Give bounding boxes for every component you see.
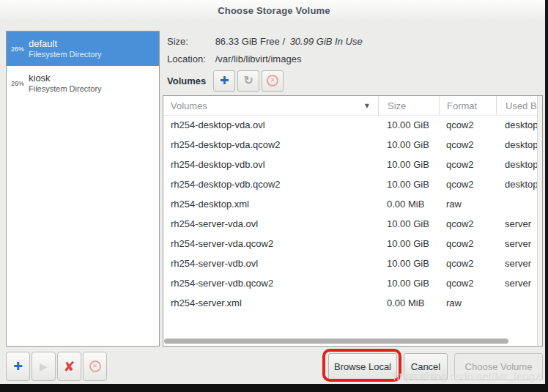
size-free-value: 86.33 GiB Free / (215, 36, 285, 47)
volume-size-cell: 10.00 GiB (378, 119, 439, 130)
volume-format-cell: qcow2 (439, 238, 496, 249)
volume-size-cell: 10.00 GiB (378, 258, 439, 269)
volume-size-cell: 10.00 GiB (378, 179, 439, 190)
volume-name-cell: rh254-server-vda.ovl (163, 218, 378, 229)
delete-pool-button[interactable]: ✘ (57, 352, 81, 381)
volume-size-cell: 10.00 GiB (378, 238, 439, 249)
stop-pool-button[interactable]: ✕ (83, 352, 107, 381)
choose-storage-volume-dialog: Choose Storage Volume 26% default Filesy… (0, 0, 548, 392)
plus-icon: ✚ (220, 75, 229, 86)
delete-circle-icon: ✕ (267, 75, 278, 86)
choose-volume-button[interactable]: Choose Volume (454, 353, 543, 380)
volume-row[interactable]: rh254-server.xml 0.00 MiB raw (163, 293, 537, 313)
volume-name-cell: rh254-desktop-vda.qcow2 (163, 139, 378, 150)
plus-icon: ✚ (13, 361, 23, 372)
volume-row[interactable]: rh254-server-vda.ovl 10.00 GiB qcow2 ser… (163, 214, 537, 234)
volume-used-by-cell: desktop (496, 119, 537, 130)
column-header-size[interactable]: Size (378, 96, 439, 115)
size-row: Size: 86.33 GiB Free / 30.99 GiB In Use (167, 36, 363, 47)
pool-name: kiosk (29, 73, 102, 84)
size-label: Size: (167, 36, 212, 47)
volume-used-by-cell: desktop (496, 179, 537, 190)
volume-size-cell: 0.00 MiB (378, 199, 439, 210)
volume-name-cell: rh254-desktop-vdb.ovl (163, 159, 378, 170)
start-pool-button[interactable]: ▶ (32, 352, 56, 381)
pool-name: default (29, 38, 102, 50)
volume-size-cell: 10.00 GiB (378, 218, 439, 229)
volume-row[interactable]: rh254-server-vda.qcow2 10.00 GiB qcow2 s… (163, 234, 537, 254)
titlebar[interactable]: Choose Storage Volume (0, 0, 548, 22)
refresh-volumes-button[interactable]: ↻ (237, 70, 259, 92)
volume-row[interactable]: rh254-desktop.xml 0.00 MiB raw (163, 194, 537, 214)
volume-used-by-cell: desktop (496, 139, 537, 150)
volume-name-cell: rh254-server-vdb.qcow2 (163, 278, 378, 289)
volumes-toolbar: Volumes ✚ ↻ ✕ (167, 70, 286, 92)
volume-row[interactable]: rh254-desktop-vda.qcow2 10.00 GiB qcow2 … (163, 135, 537, 155)
volume-format-cell: qcow2 (439, 179, 496, 190)
location-label: Location: (167, 53, 212, 64)
column-header-format[interactable]: Format (439, 96, 496, 115)
add-volume-button[interactable]: ✚ (213, 70, 235, 92)
volume-size-cell: 10.00 GiB (378, 159, 439, 170)
storage-pool-list: 26% default Filesystem Directory 26% kio… (6, 31, 160, 347)
screen-edge-bottom (0, 384, 548, 392)
volume-row[interactable]: rh254-server-vdb.qcow2 10.00 GiB qcow2 s… (163, 273, 537, 293)
volumes-label: Volumes (167, 75, 206, 86)
volume-format-cell: qcow2 (439, 278, 496, 289)
volume-format-cell: raw (439, 199, 496, 210)
volume-size-cell: 10.00 GiB (378, 278, 439, 289)
cancel-button[interactable]: Cancel (404, 353, 448, 380)
red-x-icon: ✘ (64, 360, 75, 374)
volume-format-cell: qcow2 (439, 139, 496, 150)
volume-name-cell: rh254-server-vdb.ovl (163, 258, 378, 269)
dialog-title: Choose Storage Volume (218, 5, 330, 16)
column-header-volumes[interactable]: Volumes ▼ (163, 96, 378, 115)
sort-desc-icon: ▼ (365, 103, 369, 109)
volume-row[interactable]: rh254-desktop-vdb.ovl 10.00 GiB qcow2 de… (163, 155, 537, 174)
volume-used-by-cell: server (496, 278, 537, 289)
location-row: Location: /var/lib/libvirt/images (167, 53, 301, 64)
volume-name-cell: rh254-desktop-vdb.qcow2 (163, 179, 378, 190)
add-pool-button[interactable]: ✚ (6, 352, 30, 381)
volume-used-by-cell: server (496, 258, 537, 269)
volume-format-cell: qcow2 (439, 258, 496, 269)
volume-row[interactable]: rh254-server-vdb.ovl 10.00 GiB qcow2 ser… (163, 254, 537, 273)
location-value: /var/lib/libvirt/images (215, 53, 302, 64)
volume-name-cell: rh254-desktop-vda.ovl (163, 119, 378, 130)
volume-format-cell: raw (439, 297, 496, 308)
pool-type: Filesystem Directory (29, 50, 102, 60)
volume-format-cell: qcow2 (439, 119, 496, 130)
volume-name-cell: rh254-server-vda.qcow2 (163, 238, 378, 249)
volume-used-by-cell: desktop (496, 159, 537, 170)
pool-item-kiosk[interactable]: 26% kiosk Filesystem Directory (7, 66, 159, 100)
horizontal-scrollbar-thumb[interactable] (164, 339, 508, 344)
stop-circle-icon: ✕ (89, 360, 101, 372)
pool-usage-percent: 26% (7, 80, 29, 87)
column-header-used-by[interactable]: Used B (496, 96, 542, 115)
volume-table: Volumes ▼ Size Format Used B rh254-deskt… (163, 95, 543, 347)
volume-format-cell: qcow2 (439, 159, 496, 170)
size-in-use-value: 30.99 GiB In Use (290, 36, 363, 47)
volume-size-cell: 10.00 GiB (378, 139, 439, 150)
volume-used-by-cell: server (496, 238, 537, 249)
browse-local-button[interactable]: Browse Local (328, 353, 397, 380)
volume-format-cell: qcow2 (439, 218, 496, 229)
volume-table-body: rh254-desktop-vda.ovl 10.00 GiB qcow2 de… (163, 115, 537, 337)
volume-name-cell: rh254-server.xml (163, 297, 378, 308)
pool-type: Filesystem Directory (29, 84, 102, 95)
refresh-icon: ↻ (244, 75, 253, 86)
volume-table-header: Volumes ▼ Size Format Used B (163, 96, 542, 116)
volume-name-cell: rh254-desktop.xml (163, 199, 378, 210)
pool-actions-toolbar: ✚ ▶ ✘ ✕ (6, 352, 107, 381)
volume-row[interactable]: rh254-desktop-vda.ovl 10.00 GiB qcow2 de… (163, 115, 537, 135)
play-icon: ▶ (40, 361, 48, 371)
vertical-scrollbar[interactable] (537, 96, 542, 346)
screen-edge-right (545, 0, 548, 392)
pool-item-default[interactable]: 26% default Filesystem Directory (7, 32, 159, 66)
volume-row[interactable]: rh254-desktop-vdb.qcow2 10.00 GiB qcow2 … (163, 174, 537, 194)
volume-size-cell: 0.00 MiB (378, 297, 439, 308)
delete-volume-button[interactable]: ✕ (262, 70, 284, 92)
pool-usage-percent: 26% (7, 45, 29, 53)
volume-used-by-cell: server (496, 218, 537, 229)
